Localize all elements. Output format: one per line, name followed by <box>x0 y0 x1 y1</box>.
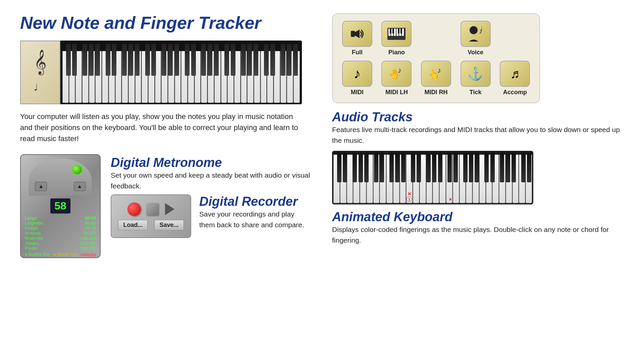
anim-black-key <box>374 153 378 182</box>
audio-tracks-info: Audio Tracks Features live multi-track r… <box>332 110 624 145</box>
black-key <box>241 44 246 76</box>
metronome-light <box>72 165 82 174</box>
black-key <box>293 44 298 76</box>
anim-black-key <box>512 153 516 182</box>
svg-rect-12 <box>400 28 402 34</box>
black-key <box>231 44 235 76</box>
anim-black-key <box>490 153 495 182</box>
tempo-range: 120-167 <box>80 241 96 246</box>
anim-black-key <box>401 153 406 182</box>
metronome-bottom-bar: ● Audible Tick ● Visible Tick eMedia <box>25 252 96 257</box>
audio-tracks-text-section: Audio Tracks Features live multi-track r… <box>332 110 624 245</box>
anim-black-key <box>447 153 452 182</box>
black-key <box>214 44 219 76</box>
track-btn-piano[interactable]: Piano <box>380 21 413 56</box>
metronome-right: Digital Metronome Set your own speed and… <box>111 154 312 238</box>
treble-clef-icon: 𝄞♩ <box>34 51 47 94</box>
keyboard-image: 𝄞♩ <box>20 41 302 104</box>
black-key <box>162 44 166 76</box>
track-btn-accomp[interactable]: ♬ Accomp <box>498 61 531 96</box>
tempo-down-button[interactable]: ▲ <box>35 182 47 191</box>
tempo-moderato: Moderato 108-119 <box>25 236 96 241</box>
midi-lh-icon: 🤚 ♪ <box>381 61 412 87</box>
anim-black-key <box>463 153 468 182</box>
animated-keyboard-description: Displays color-coded fingerings as the m… <box>332 224 624 245</box>
metronome-description: Set your own speed and keep a steady bea… <box>111 170 312 191</box>
right-column: Full <box>332 13 624 349</box>
black-key <box>151 44 156 76</box>
stop-button[interactable] <box>146 203 158 215</box>
black-key <box>168 44 173 76</box>
black-key <box>201 44 206 76</box>
finger-marker-1: ✕ 1 <box>407 191 412 202</box>
recorder-section: Load... Save... Digital Recorder Save yo… <box>111 194 312 238</box>
black-key <box>112 44 116 76</box>
track-btn-tick[interactable]: ⚓ Tick <box>459 61 492 96</box>
play-button[interactable] <box>165 203 174 215</box>
black-key <box>185 44 190 76</box>
black-key <box>287 44 291 76</box>
black-key <box>208 44 212 76</box>
tempo-range: 108-119 <box>80 236 96 241</box>
piano-icon <box>381 21 412 47</box>
black-key <box>264 44 269 76</box>
metronome-image: ▲ ▲ 58 Largo 40-59 Larghetto 60-65 <box>20 154 101 258</box>
audible-tick-label: ● Audible Tick <box>25 252 50 257</box>
recorder-action-buttons: Load... Save... <box>118 220 183 230</box>
anim-black-key <box>380 153 384 182</box>
accomp-label: Accomp <box>503 89 527 96</box>
svg-rect-10 <box>392 28 394 34</box>
black-key <box>145 44 150 76</box>
black-key <box>66 44 71 76</box>
track-btn-midi-lh[interactable]: 🤚 ♪ MIDI LH <box>380 61 413 96</box>
svg-rect-9 <box>390 28 391 34</box>
anim-black-key <box>389 153 394 182</box>
anim-black-key <box>500 153 504 182</box>
metronome-title: Digital Metronome <box>111 156 312 170</box>
full-icon <box>342 21 372 47</box>
midi-lh-label: MIDI LH <box>385 89 408 96</box>
svg-marker-1 <box>355 29 360 38</box>
anim-black-key <box>343 153 347 182</box>
main-description: Your computer will listen as you play, s… <box>20 111 302 144</box>
tempo-presto: Presto 168-180 <box>25 246 96 251</box>
anim-black-key <box>475 153 479 182</box>
track-btn-voice[interactable]: ♪ ♩ Voice <box>420 21 531 56</box>
tempo-andante: Andante 76-107 <box>25 231 96 236</box>
audio-tracks-title: Audio Tracks <box>332 110 624 124</box>
tempo-name: Larghetto <box>25 221 43 226</box>
animated-keyboard-text: Animated Keyboard Displays color-coded f… <box>332 210 624 245</box>
voice-icon: ♪ ♩ <box>461 21 491 47</box>
black-key <box>281 44 285 76</box>
black-key <box>106 44 110 76</box>
tempo-range: 168-180 <box>80 246 96 251</box>
audio-track-buttons: Full <box>332 13 540 103</box>
track-btn-midi-rh[interactable]: 👆 ♪ MIDI RH <box>420 61 452 96</box>
x-mark: ✕ <box>408 191 411 196</box>
piano-keyboard-left <box>60 41 302 104</box>
black-key <box>254 44 258 76</box>
anim-black-key <box>353 153 357 182</box>
tempo-range: 76-107 <box>83 231 96 236</box>
save-button[interactable]: Save... <box>154 220 183 230</box>
tempo-adagio: Adagio 66-75 <box>25 226 96 231</box>
load-button[interactable]: Load... <box>118 220 148 230</box>
black-key <box>224 44 229 76</box>
tempo-name: Presto <box>25 246 38 251</box>
svg-rect-11 <box>398 28 399 34</box>
record-button[interactable] <box>127 202 141 216</box>
audio-tracks-description: Features live multi-track recordings and… <box>332 124 624 145</box>
anim-black-key <box>426 153 431 182</box>
track-btn-midi[interactable]: ♪ MIDI <box>341 61 374 96</box>
voice-label: Voice <box>468 49 483 56</box>
bpm-value: 58 <box>54 200 66 212</box>
black-key <box>72 44 77 76</box>
finger-number: 1 <box>407 196 412 202</box>
tempo-up-button[interactable]: ▲ <box>74 182 86 191</box>
x-mark: ✕ <box>449 197 452 202</box>
midi-label: MIDI <box>351 89 364 96</box>
black-key <box>95 44 100 76</box>
tempo-name: Moderato <box>25 236 43 241</box>
track-btn-full[interactable]: Full <box>341 21 374 56</box>
anim-black-key <box>417 153 421 182</box>
